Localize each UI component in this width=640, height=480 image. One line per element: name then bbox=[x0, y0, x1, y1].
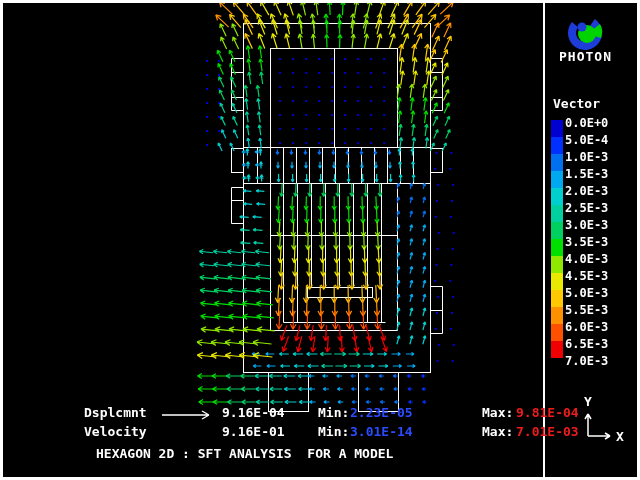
legend-label: 0.0E+0 bbox=[565, 115, 608, 132]
velocity-max-label: Max: bbox=[482, 425, 513, 439]
displacement-min-label: Min: bbox=[318, 406, 349, 420]
legend-label: 1.5E-3 bbox=[565, 166, 608, 183]
analysis-title: HEXAGON 2D : SFT ANALYSIS FOR A MODEL bbox=[96, 447, 393, 461]
legend-color-segment bbox=[551, 222, 563, 239]
legend-color-segment bbox=[551, 137, 563, 154]
legend-color-segment bbox=[551, 341, 563, 358]
displacement-min-value: 2.23E-05 bbox=[350, 406, 413, 420]
y-axis-label: Y bbox=[584, 394, 592, 409]
legend-color-segment bbox=[551, 273, 563, 290]
axis-orientation-widget: Y X bbox=[576, 390, 636, 445]
legend-color-segment bbox=[551, 171, 563, 188]
displacement-scale-arrow-icon bbox=[161, 409, 215, 421]
legend-label: 2.5E-3 bbox=[565, 200, 608, 217]
velocity-min-label: Min: bbox=[318, 425, 349, 439]
legend-label: 2.0E-3 bbox=[565, 183, 608, 200]
legend-color-segment bbox=[551, 188, 563, 205]
legend-label: 7.0E-3 bbox=[565, 353, 608, 370]
axis-arrows-icon bbox=[585, 414, 610, 439]
legend-label: 1.0E-3 bbox=[565, 149, 608, 166]
legend-color-segment bbox=[551, 290, 563, 307]
photon-viewer-screen: PHOTON Vector 0.0E+05.0E-41.0E-31.5E-32.… bbox=[0, 0, 640, 480]
legend-label: 4.5E-3 bbox=[565, 268, 608, 285]
legend-label: 5.0E-4 bbox=[565, 132, 608, 149]
displacement-max-label: Max: bbox=[482, 406, 513, 420]
legend-label: 3.5E-3 bbox=[565, 234, 608, 251]
legend-color-segment bbox=[551, 239, 563, 256]
legend-color-segment bbox=[551, 324, 563, 341]
displacement-scale-value: 9.16E-04 bbox=[222, 406, 285, 420]
legend-color-segment bbox=[551, 256, 563, 273]
legend-color-segment bbox=[551, 205, 563, 222]
displacement-max-value: 9.81E-04 bbox=[516, 406, 579, 420]
x-axis-label: X bbox=[616, 429, 624, 444]
velocity-label: Velocity bbox=[84, 425, 147, 439]
legend-label: 6.5E-3 bbox=[565, 336, 608, 353]
velocity-scale-value: 9.16E-01 bbox=[222, 425, 285, 439]
velocity-max-value: 7.01E-03 bbox=[516, 425, 579, 439]
legend-color-segment bbox=[551, 120, 563, 137]
legend-label: 5.0E-3 bbox=[565, 285, 608, 302]
legend-label: 5.5E-3 bbox=[565, 302, 608, 319]
legend-label: 4.0E-3 bbox=[565, 251, 608, 268]
legend-label: 6.0E-3 bbox=[565, 319, 608, 336]
displacement-label: Dsplcmnt bbox=[84, 406, 147, 420]
legend-label: 3.0E-3 bbox=[565, 217, 608, 234]
velocity-min-value: 3.01E-14 bbox=[350, 425, 413, 439]
legend-color-segment bbox=[551, 154, 563, 171]
legend-color-segment bbox=[551, 307, 563, 324]
